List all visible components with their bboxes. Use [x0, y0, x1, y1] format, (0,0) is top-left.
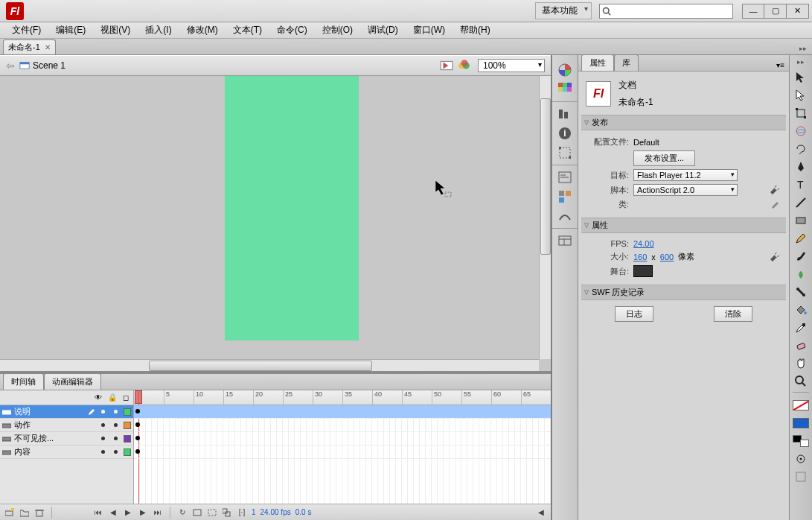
pencil-tool[interactable]: [792, 230, 810, 247]
pen-tool[interactable]: [792, 159, 810, 175]
last-frame-icon[interactable]: ⏭: [153, 507, 163, 518]
hscroll-thumb[interactable]: [149, 361, 372, 371]
options-tool[interactable]: [792, 469, 810, 485]
layer-color[interactable]: [124, 422, 131, 429]
free-transform-tool[interactable]: [792, 105, 810, 121]
panel-menu-icon[interactable]: ▾≡: [775, 60, 786, 71]
align-panel-icon[interactable]: [557, 107, 572, 121]
subselection-tool[interactable]: [792, 87, 810, 104]
vis-dot[interactable]: [101, 410, 105, 413]
marker-icon[interactable]: [·]: [237, 507, 247, 518]
layer-row[interactable]: 内容: [0, 446, 133, 459]
clear-button[interactable]: 清除: [714, 306, 752, 322]
info-panel-icon[interactable]: i: [557, 126, 572, 141]
script-select[interactable]: ActionScript 2.0: [633, 184, 738, 196]
stroke-color[interactable]: [792, 397, 810, 413]
stage-canvas[interactable]: [225, 76, 359, 340]
brush-tool[interactable]: [792, 248, 810, 264]
section-history-header[interactable]: ▽SWF 历史记录: [581, 285, 786, 300]
edit-symbols-icon[interactable]: [458, 59, 471, 72]
layer-color[interactable]: [124, 408, 131, 416]
deco-tool[interactable]: [792, 266, 810, 282]
lock-dot[interactable]: [114, 410, 118, 413]
eraser-tool[interactable]: [792, 337, 810, 354]
menu-file[interactable]: 文件(F): [4, 22, 48, 38]
menu-window[interactable]: 窗口(W): [406, 22, 453, 38]
frames-area[interactable]: 5101520253035404550556065: [134, 390, 551, 504]
visibility-icon[interactable]: 👁: [95, 393, 102, 402]
width-value[interactable]: 160: [633, 253, 647, 261]
vscroll-thumb[interactable]: [540, 98, 551, 255]
menu-control[interactable]: 控制(O): [315, 22, 360, 38]
zoom-selector[interactable]: 100%: [478, 59, 545, 72]
section-publish-header[interactable]: ▽发布: [581, 115, 786, 130]
scroll-right-icon[interactable]: ◀: [536, 507, 546, 518]
minimize-button[interactable]: —: [742, 4, 764, 19]
layer-row[interactable]: 说明: [0, 405, 133, 419]
eyedropper-tool[interactable]: [792, 320, 810, 336]
menu-commands[interactable]: 命令(C): [269, 22, 315, 38]
new-layer-icon[interactable]: [4, 507, 15, 518]
tools-collapse-icon[interactable]: ▸▸: [797, 58, 805, 66]
menu-debug[interactable]: 调试(D): [360, 22, 406, 38]
edit-scene-icon[interactable]: [440, 59, 453, 72]
first-frame-icon[interactable]: ⏮: [93, 507, 103, 518]
vis-dot[interactable]: [101, 423, 105, 427]
loop-icon[interactable]: ↻: [177, 507, 188, 518]
selection-tool[interactable]: [792, 69, 810, 86]
menu-text[interactable]: 文本(T): [226, 22, 269, 38]
layer-color[interactable]: [124, 435, 131, 443]
paint-bucket-tool[interactable]: [792, 302, 810, 318]
fps-display[interactable]: 24.00 fps: [260, 508, 291, 516]
swap-colors[interactable]: [792, 433, 810, 449]
text-tool[interactable]: T: [792, 177, 810, 193]
menu-modify[interactable]: 修改(M): [179, 22, 226, 38]
document-tab[interactable]: 未命名-1 ✕: [3, 39, 56, 54]
target-select[interactable]: Flash Player 11.2: [633, 169, 738, 181]
menu-insert[interactable]: 插入(I): [138, 22, 179, 38]
tab-library[interactable]: 库: [614, 54, 639, 71]
components-panel-icon[interactable]: [557, 189, 572, 204]
edit-multiple-icon[interactable]: [222, 507, 232, 518]
zoom-tool[interactable]: [792, 373, 810, 393]
publish-settings-button[interactable]: 发布设置...: [633, 150, 695, 166]
section-attrs-header[interactable]: ▽属性: [581, 218, 786, 233]
search-input[interactable]: [613, 7, 730, 16]
layer-row[interactable]: 动作: [0, 419, 133, 432]
hand-tool[interactable]: [792, 355, 810, 372]
menu-help[interactable]: 帮助(H): [453, 22, 498, 38]
menu-edit[interactable]: 编辑(E): [48, 22, 93, 38]
current-frame[interactable]: 1: [252, 508, 256, 516]
close-tab-icon[interactable]: ✕: [45, 43, 51, 51]
next-frame-icon[interactable]: ▶: [138, 507, 148, 518]
project-panel-icon[interactable]: [557, 233, 572, 248]
lock-dot[interactable]: [114, 437, 118, 440]
onion-skin-icon[interactable]: [192, 507, 202, 518]
layer-color[interactable]: [124, 448, 131, 456]
delete-layer-icon[interactable]: [34, 507, 45, 518]
bone-tool[interactable]: [792, 284, 810, 300]
line-tool[interactable]: [792, 194, 810, 211]
stage-color-swatch[interactable]: [633, 265, 653, 277]
new-folder-icon[interactable]: [19, 507, 30, 518]
layer-row[interactable]: 不可见按...: [0, 432, 133, 446]
onion-outline-icon[interactable]: [207, 507, 217, 518]
play-icon[interactable]: ▶: [123, 507, 133, 518]
lock-dot[interactable]: [114, 423, 118, 427]
color-panel-icon[interactable]: [557, 63, 572, 77]
height-value[interactable]: 600: [660, 253, 674, 261]
transform-panel-icon[interactable]: [557, 145, 572, 160]
tab-motion-editor[interactable]: 动画编辑器: [44, 373, 101, 390]
log-button[interactable]: 日志: [615, 306, 653, 322]
vis-dot[interactable]: [101, 450, 105, 454]
close-button[interactable]: ✕: [787, 4, 809, 19]
workspace-selector[interactable]: 基本功能: [535, 2, 592, 19]
maximize-button[interactable]: ▢: [764, 4, 787, 19]
swatches-panel-icon[interactable]: [557, 82, 572, 97]
back-icon[interactable]: ⇦: [6, 60, 15, 72]
fps-value[interactable]: 24.00: [633, 239, 654, 248]
collapse-right-icon[interactable]: ▸▸: [797, 42, 809, 54]
snap-to-objects[interactable]: [792, 451, 810, 467]
lock-icon[interactable]: 🔒: [108, 393, 117, 402]
help-search[interactable]: [599, 4, 733, 19]
